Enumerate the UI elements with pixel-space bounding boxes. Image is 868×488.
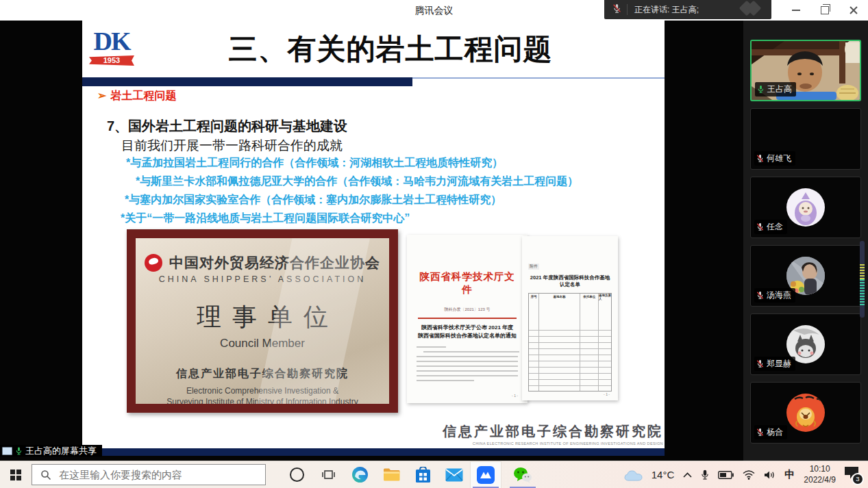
tray-expand-chevron-icon[interactable]	[683, 472, 692, 478]
doc1-red-rule	[418, 318, 517, 319]
screen-share-label[interactable]: 王占高的屏幕共享	[0, 445, 102, 457]
participant-name-label: 何雄飞	[754, 151, 795, 166]
shared-screen-area: DK 1953 三、有关的岩土工程问题 ➢岩土工程问题 7、国外岩土工程问题的科…	[0, 21, 743, 461]
mic-on-icon	[757, 85, 765, 94]
wechat-taskbar-button[interactable]	[507, 461, 538, 488]
mic-muted-icon	[756, 428, 764, 437]
doc1-title: 陕西省科学技术厅关于公布 2021 年度 陕西省国际科技合作基地认定名单的通知	[415, 324, 519, 340]
mic-on-icon	[15, 446, 23, 456]
speaking-indicator[interactable]: 正在讲话: 王占高;	[604, 0, 771, 19]
close-button[interactable]	[839, 0, 868, 21]
association-logo-icon	[145, 254, 162, 272]
notification-center-button[interactable]: 3	[845, 467, 861, 483]
participant-name-label: 任念	[754, 220, 787, 234]
tencent-meeting-icon	[477, 466, 495, 484]
dk-logo-text: DK	[89, 29, 134, 53]
title-divider	[82, 77, 665, 86]
weather-cloud-icon[interactable]	[624, 469, 643, 481]
list-item: *与塞内加尔国家实验室合作（合作领域：塞内加尔膨胀土岩土工程特性研究）	[82, 190, 665, 209]
participant-tile-wangzhangao[interactable]: 王占高	[750, 40, 861, 101]
slide-heading: 7、国外岩土工程问题的科研与基地建设	[107, 117, 347, 136]
mic-muted-icon	[756, 222, 764, 231]
doc2-title: 2021 年度陕西省国际科技合作基地认定名单	[528, 274, 612, 288]
slide-title: 三、有关的岩土工程问题	[158, 30, 623, 68]
footer-institute-en: CHINA ELECTRONIC RESEARCH INSTITUTE OF E…	[443, 441, 663, 446]
dk-logo: DK 1953	[89, 29, 134, 66]
participant-tile-rennian[interactable]: 任念	[750, 177, 861, 238]
minimize-icon	[792, 10, 800, 11]
participant-tile-hexiongfei[interactable]: 何雄飞	[750, 108, 861, 170]
doc2-attachment-label: 附件	[528, 264, 539, 270]
windows-logo-icon	[10, 470, 21, 480]
avatar	[786, 188, 825, 227]
participants-sidebar: 王占高 何雄飞 任念	[743, 21, 868, 461]
start-button[interactable]	[0, 461, 32, 488]
taskbar-search[interactable]	[32, 464, 266, 485]
base-list-document-photo: 附件 2021 年度陕西省国际科技合作基地认定名单 序号 基地名称 依托单位 基…	[522, 236, 618, 400]
edge-icon	[351, 466, 369, 483]
section-bullet-label: 岩土工程问题	[110, 90, 176, 101]
tray-mic-icon[interactable]	[701, 469, 709, 480]
plaque-title-en: Council Member	[136, 337, 389, 350]
clock-time: 10:10	[804, 464, 836, 475]
notification-badge: 3	[852, 473, 864, 485]
cooperation-list: *与孟加拉国岩土工程同行的合作（合作领域：河湖相软土工程地质特性研究） *与斯里…	[82, 153, 665, 227]
store-icon	[415, 467, 431, 483]
doc1-page-number: - 1 -	[512, 394, 518, 398]
mic-muted-icon	[756, 291, 764, 300]
cortana-icon	[290, 467, 304, 482]
search-input[interactable]	[58, 468, 252, 481]
participant-name-label: 汤海燕	[754, 288, 795, 303]
restore-icon	[821, 6, 829, 14]
search-icon	[40, 470, 51, 480]
file-explorer-icon	[383, 467, 400, 482]
task-view-button[interactable]	[312, 461, 344, 488]
temperature[interactable]: 14°C	[652, 469, 675, 480]
participant-tile-yanghe[interactable]: 杨合	[750, 382, 861, 444]
restore-button[interactable]	[810, 0, 839, 21]
speaker-icon[interactable]	[764, 470, 776, 480]
file-explorer-button[interactable]	[375, 461, 407, 488]
participant-tile-zhengxianhe[interactable]: 郑显赫	[750, 313, 861, 375]
participant-tile-tanghaiyan[interactable]: 汤海燕	[750, 245, 861, 307]
close-icon	[850, 6, 858, 14]
shaanxi-document-photo: 陕西省科学技术厅文件 陕科办发〔2021〕123 号 陕西省科学技术厅关于公布 …	[407, 235, 528, 403]
minimize-button[interactable]	[782, 0, 810, 21]
tencent-meeting-taskbar-button[interactable]	[470, 461, 501, 488]
avatar	[786, 394, 825, 432]
clock-date: 2022/4/9	[804, 475, 836, 486]
speaking-text: 正在讲话: 王占高;	[634, 4, 699, 16]
wifi-icon[interactable]	[743, 470, 755, 480]
task-view-icon	[322, 469, 335, 480]
dk-logo-year: 1953	[89, 55, 134, 66]
meeting-logo-watermark	[745, 3, 759, 14]
list-item: *与斯里兰卡水部和佩拉德尼亚大学的合作（合作领域：马哈韦力河流域有关岩土工程问题…	[82, 172, 665, 190]
list-item: *与孟加拉国岩土工程同行的合作（合作领域：河湖相软土工程地质特性研究）	[82, 153, 665, 172]
meeting-titlebar: 腾讯会议 正在讲话: 王占高;	[0, 0, 868, 21]
list-item: *关于“一带一路沿线地质与岩土工程问题国际联合研究中心”	[82, 209, 665, 227]
participant-name-label: 杨合	[754, 425, 787, 439]
arrow-bullet-icon: ➢	[97, 90, 106, 101]
microsoft-store-button[interactable]	[407, 461, 438, 488]
edge-button[interactable]	[344, 461, 375, 488]
slide-bottom-bar	[82, 448, 665, 456]
taskbar-clock[interactable]: 10:10 2022/4/9	[804, 464, 836, 485]
participant-name-label: 郑显赫	[754, 357, 795, 371]
screen-icon	[2, 447, 12, 455]
slide-subheading: 目前我们开展一带一路科研合作的成就	[121, 137, 343, 155]
mic-muted-icon	[612, 3, 621, 16]
participant-name-label: 王占高	[755, 82, 796, 97]
doc1-number: 陕科办发〔2021〕123 号	[415, 307, 519, 313]
mail-button[interactable]	[438, 461, 470, 488]
mail-icon	[445, 468, 463, 482]
battery-icon[interactable]	[718, 471, 734, 479]
system-tray: 14°C 中 10:10 2022/4/9 3	[624, 464, 868, 485]
doc2-table: 序号 基地名称 依托单位 基地负责人	[528, 293, 612, 391]
section-bullet: ➢岩土工程问题	[97, 89, 176, 103]
sidebar-scrollbar[interactable]	[860, 241, 865, 318]
wechat-icon	[513, 467, 532, 483]
windows-taskbar: 14°C 中 10:10 2022/4/9 3	[0, 461, 868, 488]
ime-indicator[interactable]: 中	[784, 468, 795, 481]
slide-footer: 信息产业部电子综合勘察研究院 CHINA ELECTRONIC RESEARCH…	[443, 422, 663, 446]
cortana-button[interactable]	[281, 461, 312, 488]
